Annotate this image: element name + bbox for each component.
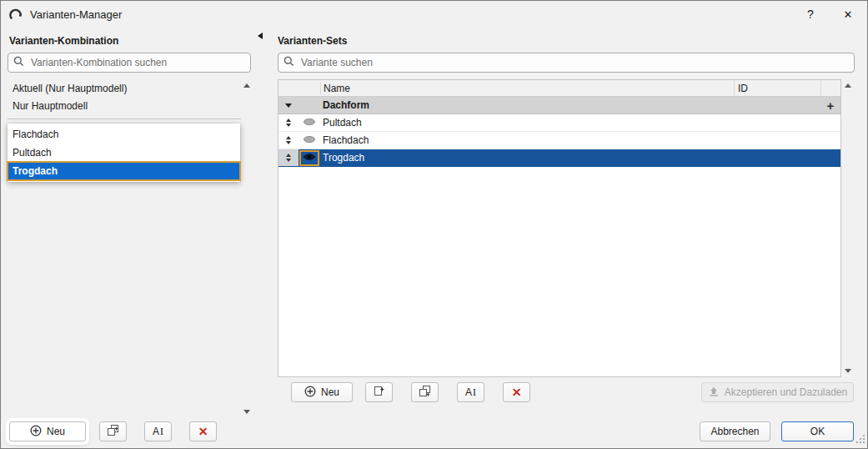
- combination-search-box[interactable]: [8, 53, 251, 73]
- list-item-trogdach-selected[interactable]: Trogdach: [8, 162, 240, 180]
- scroll-up-icon[interactable]: [243, 83, 250, 88]
- ok-label: OK: [810, 426, 825, 437]
- group-name: Dachform: [320, 99, 734, 111]
- upload-arrow-icon: [708, 386, 720, 399]
- visibility-hidden-icon[interactable]: [303, 117, 316, 129]
- new-combination-button[interactable]: Neu: [9, 421, 86, 441]
- cancel-button[interactable]: Abbrechen: [700, 421, 770, 441]
- duplicate-plus-icon: [373, 385, 385, 400]
- variant-name: Flachdach: [320, 134, 734, 146]
- delete-icon: ✕: [512, 386, 522, 398]
- list-item-label: Aktuell (Nur Hauptmodell): [13, 83, 127, 94]
- variant-name: Pultdach: [320, 117, 734, 129]
- duplicate-combination-button[interactable]: [99, 421, 127, 441]
- close-button[interactable]: ✕: [829, 1, 867, 28]
- delete-combination-button[interactable]: ✕: [189, 421, 217, 441]
- duplicate-variant-button[interactable]: [411, 382, 439, 402]
- column-header-extra: [820, 80, 840, 96]
- rename-icon: AI: [153, 426, 163, 438]
- scroll-up-icon[interactable]: [845, 83, 851, 88]
- list-divider: [8, 119, 241, 119]
- variant-search-box[interactable]: [278, 53, 855, 73]
- add-variant-button[interactable]: +: [827, 98, 835, 113]
- combination-list-scrollbar[interactable]: [241, 81, 252, 416]
- variant-search-input[interactable]: [299, 56, 849, 69]
- list-item-label: Pultdach: [13, 147, 52, 159]
- drag-handle-icon[interactable]: [286, 136, 291, 144]
- column-header-name: Name: [320, 83, 734, 94]
- delete-icon: ✕: [198, 426, 208, 437]
- accept-and-load-button[interactable]: Akzeptieren und Dazuladen: [701, 382, 854, 402]
- duplicate-icon: [419, 385, 431, 400]
- duplicate-plus-icon: [107, 424, 119, 439]
- right-panel-heading: Varianten-Sets: [278, 35, 347, 47]
- cancel-label: Abbrechen: [710, 426, 759, 437]
- tutorial-highlight-box: Flachdach Pultdach Trogdach: [8, 124, 240, 182]
- combination-list: Aktuell (Nur Hauptmodell) Nur Hauptmodel…: [8, 79, 241, 182]
- visibility-hidden-icon[interactable]: [303, 134, 316, 146]
- resize-grip[interactable]: [855, 433, 865, 446]
- duplicate-variant-with-contents-button[interactable]: [365, 382, 393, 402]
- list-item-label: Nur Hauptmodell: [13, 100, 88, 112]
- variant-sets-table: Name ID Dachform + Pultdach Fl: [278, 79, 841, 377]
- drag-handle-icon[interactable]: [286, 119, 291, 127]
- varianten-manager-dialog: Varianten-Manager ? ✕ Varianten-Kombinat…: [0, 0, 868, 449]
- new-variant-button[interactable]: Neu: [291, 382, 353, 402]
- list-item-label: Flachdach: [13, 129, 58, 140]
- title-bar: Varianten-Manager ? ✕: [1, 1, 867, 28]
- variant-row-flachdach[interactable]: Flachdach: [278, 132, 840, 149]
- visibility-highlight-box: [300, 151, 319, 165]
- search-icon: [13, 56, 24, 69]
- scroll-down-icon[interactable]: [845, 369, 851, 373]
- visibility-column-header: [299, 80, 320, 96]
- search-icon: [283, 56, 294, 69]
- list-item-pultdach[interactable]: Pultdach: [8, 144, 240, 162]
- variant-row-pultdach[interactable]: Pultdach: [278, 114, 840, 132]
- list-item-flachdach[interactable]: Flachdach: [8, 125, 240, 144]
- accept-and-load-label: Akzeptieren und Dazuladen: [725, 386, 847, 398]
- ok-button[interactable]: OK: [781, 421, 854, 441]
- left-panel-heading: Varianten-Kombination: [9, 35, 118, 47]
- help-button[interactable]: ?: [792, 1, 829, 28]
- eye-open-icon[interactable]: [303, 152, 316, 164]
- plus-circle-icon: [30, 425, 42, 439]
- list-item-nur-hauptmodell[interactable]: Nur Hauptmodell: [8, 97, 241, 114]
- variant-row-trogdach-selected[interactable]: Trogdach: [278, 149, 840, 167]
- column-header-id: ID: [734, 80, 820, 96]
- rename-combination-button[interactable]: AI: [144, 421, 172, 441]
- window-title: Varianten-Manager: [30, 8, 122, 21]
- list-item-label: Trogdach: [13, 165, 58, 177]
- app-icon: [9, 8, 23, 21]
- new-variant-label: Neu: [321, 386, 339, 398]
- rename-variant-button[interactable]: AI: [457, 382, 484, 402]
- variant-table-scrollbar[interactable]: [842, 81, 853, 376]
- plus-circle-icon: [304, 386, 316, 400]
- variant-name: Trogdach: [320, 152, 734, 164]
- drag-handle-icon[interactable]: [286, 154, 291, 162]
- rename-icon: AI: [465, 386, 476, 399]
- collapse-triangle-icon[interactable]: [285, 103, 292, 108]
- delete-variant-button[interactable]: ✕: [503, 382, 530, 402]
- combination-search-input[interactable]: [29, 56, 245, 69]
- collapse-panel-button[interactable]: [258, 33, 263, 39]
- table-header-row: Name ID: [278, 80, 840, 97]
- scroll-down-icon[interactable]: [243, 410, 250, 414]
- group-row-dachform[interactable]: Dachform +: [278, 97, 840, 114]
- handle-column-header: [278, 80, 299, 96]
- list-item-aktuell[interactable]: Aktuell (Nur Hauptmodell): [8, 79, 241, 97]
- new-combination-label: Neu: [47, 426, 65, 437]
